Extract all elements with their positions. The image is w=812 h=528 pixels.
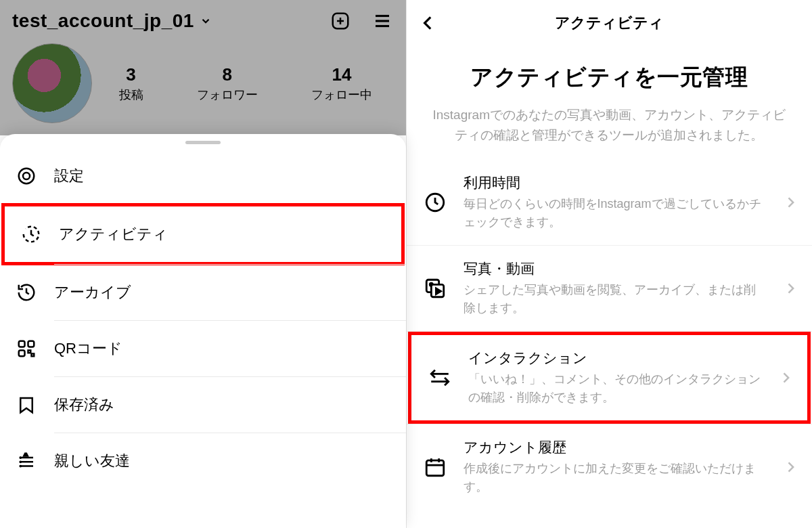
item-title: 写真・動画: [464, 259, 768, 278]
menu-item-settings[interactable]: 設定: [0, 148, 406, 204]
menu-label: 親しい友達: [54, 451, 130, 471]
chevron-right-icon: [777, 370, 794, 386]
hero-title: アクティビティを一元管理: [424, 62, 795, 93]
menu-label: 保存済み: [54, 395, 114, 415]
item-desc: 毎日どのくらいの時間をInstagramで過ごしているかチェックできます。: [464, 195, 768, 232]
avatar[interactable]: [12, 43, 92, 123]
svg-rect-10: [19, 351, 25, 357]
username[interactable]: test_account_jp_01: [12, 10, 194, 32]
svg-point-6: [19, 169, 35, 184]
stat-following-count: 14: [311, 64, 372, 85]
menu-label: アーカイブ: [54, 282, 131, 303]
calendar-icon: [422, 454, 449, 481]
item-desc: シェアした写真や動画を閲覧、アーカイブ、または削除します。: [464, 281, 768, 317]
menu-item-activity[interactable]: アクティビティ: [1, 203, 405, 265]
item-title: 利用時間: [464, 173, 768, 192]
item-desc: 作成後にアカウントに加えた変更をご確認いただけます。: [464, 460, 768, 496]
sheet-grabber[interactable]: [185, 141, 221, 144]
activity-item-interactions[interactable]: インタラクション 「いいね！」、コメント、その他のインタラクションの確認・削除が…: [408, 332, 811, 424]
item-title: アカウント履歴: [464, 438, 768, 457]
svg-point-7: [23, 173, 30, 179]
menu-item-qr[interactable]: QRコード: [0, 321, 406, 376]
activity-item-media[interactable]: 写真・動画 シェアした写真や動画を閲覧、アーカイブ、または削除します。: [407, 246, 813, 331]
stat-followers-label: フォロワー: [197, 87, 258, 103]
menu-item-archive[interactable]: アーカイブ: [0, 265, 406, 320]
activity-icon: [20, 223, 43, 246]
clock-icon: [422, 189, 449, 216]
menu-item-close-friends[interactable]: 親しい友達: [0, 433, 406, 489]
gear-icon: [15, 164, 38, 188]
svg-rect-8: [19, 341, 25, 347]
stat-posts[interactable]: 3 投稿: [119, 64, 143, 103]
bookmark-icon: [15, 393, 38, 416]
hamburger-menu-icon[interactable]: [371, 9, 394, 32]
chevron-down-icon[interactable]: [198, 14, 213, 28]
interactions-icon: [426, 364, 453, 391]
menu-label: QRコード: [54, 338, 122, 359]
hero-section: アクティビティを一元管理 Instagramでのあなたの写真や動画、アカウント、…: [407, 43, 813, 160]
stat-following[interactable]: 14 フォロー中: [311, 64, 372, 103]
svg-rect-12: [32, 354, 35, 357]
svg-rect-11: [28, 351, 31, 353]
stat-followers[interactable]: 8 フォロワー: [197, 64, 258, 103]
activity-item-time[interactable]: 利用時間 毎日どのくらいの時間をInstagramで過ごしているかチェックできま…: [407, 160, 813, 245]
create-post-icon[interactable]: [329, 9, 352, 32]
profile-header: test_account_jp_01: [0, 0, 406, 38]
svg-point-16: [20, 457, 21, 458]
media-icon: [422, 275, 449, 302]
stat-following-label: フォロー中: [311, 87, 372, 103]
svg-rect-26: [426, 460, 444, 476]
archive-icon: [15, 281, 38, 304]
chevron-right-icon: [782, 194, 798, 211]
menu-label: アクティビティ: [59, 224, 168, 244]
close-friends-icon: [15, 449, 38, 472]
chevron-right-icon: [782, 280, 798, 296]
menu-label: 設定: [54, 166, 84, 186]
stat-followers-count: 8: [197, 64, 258, 85]
item-title: インタラクション: [468, 349, 763, 368]
stat-posts-label: 投稿: [119, 87, 143, 103]
page-title: アクティビティ: [415, 13, 805, 33]
qr-code-icon: [15, 337, 38, 360]
stat-posts-count: 3: [119, 64, 143, 85]
svg-point-18: [20, 466, 21, 466]
bottom-sheet: 設定 アクティビティ アーカイブ: [0, 134, 406, 528]
svg-rect-9: [28, 341, 35, 347]
menu-item-saved[interactable]: 保存済み: [0, 377, 406, 433]
chevron-right-icon: [782, 459, 798, 475]
svg-point-17: [20, 462, 21, 462]
hero-description: Instagramでのあなたの写真や動画、アカウント、アクティビティの確認と管理…: [424, 105, 795, 146]
activity-header: アクティビティ: [407, 0, 813, 43]
item-desc: 「いいね！」、コメント、その他のインタラクションの確認・削除ができます。: [468, 370, 763, 407]
activity-item-history[interactable]: アカウント履歴 作成後にアカウントに加えた変更をご確認いただけます。: [407, 424, 813, 510]
